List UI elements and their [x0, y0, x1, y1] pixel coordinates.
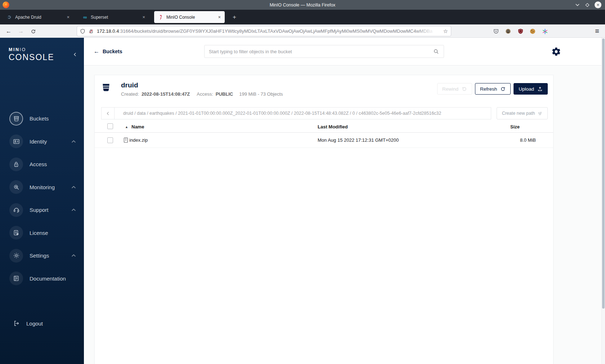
created-label: Created:: [121, 91, 139, 97]
path-back-button[interactable]: [102, 108, 115, 119]
url-fade: [416, 28, 441, 35]
create-path-label: Create new path: [502, 111, 535, 116]
logo-io: IO: [19, 47, 26, 52]
bucket-browser-card: druid Created: 2022-08-15T14:08:47Z Acce…: [94, 75, 554, 364]
scrollbar-thumb[interactable]: [602, 38, 605, 309]
rewind-button[interactable]: Rewind: [437, 83, 472, 95]
insecure-lock-icon[interactable]: [89, 28, 94, 34]
minio-logo: MINIO CONSOLE: [9, 47, 54, 62]
page-scrollbar[interactable]: [601, 38, 605, 364]
chevron-up-icon[interactable]: [71, 140, 76, 143]
table-header: ▲ Name Last Modified Size: [95, 123, 553, 133]
extension-icon[interactable]: [503, 27, 513, 36]
back-to-buckets-button[interactable]: ← Buckets: [94, 48, 122, 55]
search-icon[interactable]: [433, 49, 439, 55]
page-header: ← Buckets: [84, 38, 605, 65]
upload-button[interactable]: Upload: [514, 83, 548, 95]
ublock-extension-icon[interactable]: [516, 27, 525, 36]
settings-gear-icon[interactable]: [551, 47, 561, 58]
sidebar-item-identity[interactable]: Identity: [0, 130, 84, 153]
sidebar-collapse-button[interactable]: [72, 51, 78, 59]
buckets-icon: [9, 112, 23, 126]
zip-file-icon: [123, 137, 129, 145]
url-bar[interactable]: 172.18.0.4:31664/buckets/druid/browse/ZG…: [77, 26, 451, 36]
logo-min: MIN: [9, 47, 19, 52]
refresh-icon: [500, 86, 506, 92]
tab-superset[interactable]: ∞ Superset ×: [79, 11, 149, 23]
row-checkbox[interactable]: [107, 137, 113, 143]
tracking-shield-icon[interactable]: [80, 28, 85, 34]
url-path: :31664/buckets/druid/browse/ZGF0YS9lYXJ0…: [119, 28, 433, 34]
sidebar-item-monitoring[interactable]: Monitoring: [0, 176, 84, 199]
select-all-checkbox[interactable]: [107, 123, 113, 129]
sidebar-item-access[interactable]: Access: [0, 153, 84, 176]
sidebar-item-label: Monitoring: [30, 184, 55, 190]
nav-forward-button[interactable]: →: [16, 27, 26, 36]
sidebar-item-label: Settings: [30, 252, 49, 259]
column-header-name[interactable]: Name: [131, 124, 144, 129]
logo-console: CONSOLE: [9, 53, 54, 62]
object-size: 8.0 MiB: [520, 137, 536, 143]
sidebar-item-license[interactable]: License: [0, 222, 84, 245]
identity-icon: [9, 135, 23, 148]
screen: MinIO Console — Mozilla Firefox × Apache…: [0, 0, 605, 364]
url-text[interactable]: 172.18.0.4:31664/buckets/druid/browse/ZG…: [97, 28, 442, 34]
bucket-stats: 199 MiB - 73 Objects: [239, 91, 283, 97]
tab-close-icon[interactable]: ×: [141, 14, 146, 20]
window-close-icon[interactable]: ×: [595, 1, 601, 8]
window-maximize-icon[interactable]: [585, 3, 590, 8]
sidebar-item-documentation[interactable]: Documentation: [0, 267, 84, 290]
back-arrow-icon: ←: [94, 48, 99, 55]
bucket-icon: [101, 82, 111, 92]
tab-apache-druid[interactable]: Apache Druid ×: [3, 11, 73, 23]
chevron-up-icon[interactable]: [71, 186, 76, 189]
asterisk-extension-icon[interactable]: [540, 27, 550, 36]
hamburger-menu-icon[interactable]: ≡: [592, 26, 602, 36]
rewind-label: Rewind: [442, 86, 458, 92]
search-input[interactable]: [209, 49, 433, 54]
flamingo-icon: [158, 14, 163, 20]
sort-asc-icon[interactable]: ▲: [125, 125, 128, 129]
reload-icon: [31, 29, 36, 34]
access-icon: [9, 158, 23, 171]
cookie-extension-icon[interactable]: [528, 27, 537, 36]
logout-icon: [13, 320, 20, 327]
window-minimize-icon[interactable]: [575, 2, 580, 8]
support-icon: [9, 203, 23, 217]
sidebar-item-settings[interactable]: Settings: [0, 244, 84, 267]
window-titlebar: MinIO Console — Mozilla Firefox ×: [0, 0, 605, 10]
bookmark-star-icon[interactable]: ☆: [443, 28, 448, 35]
license-icon: [9, 226, 23, 240]
tab-close-icon[interactable]: ×: [217, 14, 222, 20]
object-name[interactable]: index.zip: [129, 137, 148, 143]
refresh-button[interactable]: Refresh: [475, 83, 511, 95]
tab-minio-console[interactable]: MinIO Console ×: [154, 11, 225, 23]
documentation-icon: [9, 272, 23, 285]
superset-icon: ∞: [82, 14, 88, 20]
new-tab-button[interactable]: +: [230, 13, 239, 22]
sidebar-item-support[interactable]: Support: [0, 199, 84, 222]
create-new-path-button[interactable]: Create new path: [497, 107, 548, 119]
chevron-up-icon[interactable]: [71, 254, 76, 257]
tab-close-icon[interactable]: ×: [66, 14, 71, 20]
upload-label: Upload: [519, 86, 534, 92]
access-value[interactable]: PUBLIC: [216, 91, 233, 97]
sidebar-menu: Buckets Identity Access Monitoring: [0, 107, 84, 290]
created-value: 2022-08-15T14:08:47Z: [142, 91, 190, 97]
nav-back-button[interactable]: ←: [4, 27, 13, 36]
sidebar-item-buckets[interactable]: Buckets: [0, 107, 84, 130]
rewind-icon: [462, 86, 467, 92]
column-header-size[interactable]: Size: [510, 124, 520, 129]
sidebar-item-label: Support: [30, 207, 49, 213]
breadcrumb[interactable]: druid / data / earthquakes / 2021-01-01T…: [115, 108, 491, 119]
column-header-last-modified[interactable]: Last Modified: [318, 124, 348, 129]
chevron-up-icon[interactable]: [71, 208, 76, 211]
access-label: Access:: [197, 91, 213, 97]
page-title: Buckets: [103, 49, 122, 54]
bucket-meta: Created: 2022-08-15T14:08:47Z Access: PU…: [121, 91, 283, 97]
table-row[interactable]: index.zip Mon Aug 15 2022 17:12:31 GMT+0…: [95, 133, 553, 148]
sidebar-item-logout[interactable]: Logout: [0, 316, 84, 331]
nav-reload-button[interactable]: [28, 27, 38, 36]
minio-sidebar: MINIO CONSOLE Buckets Identity: [0, 38, 84, 364]
pocket-extension-icon[interactable]: [491, 27, 501, 36]
